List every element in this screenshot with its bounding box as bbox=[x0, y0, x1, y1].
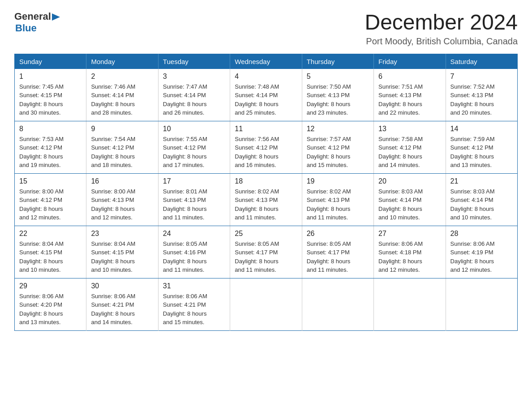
day-number: 16 bbox=[91, 177, 153, 185]
day-info: Sunrise: 7:50 AMSunset: 4:13 PMDaylight:… bbox=[307, 83, 351, 116]
calendar-day-cell bbox=[302, 278, 373, 330]
day-number: 28 bbox=[450, 230, 513, 238]
calendar-day-cell: 21 Sunrise: 8:03 AMSunset: 4:14 PMDaylig… bbox=[446, 173, 517, 226]
calendar-day-cell: 22 Sunrise: 8:04 AMSunset: 4:15 PMDaylig… bbox=[15, 226, 86, 278]
day-number: 26 bbox=[307, 230, 369, 238]
day-info: Sunrise: 7:47 AMSunset: 4:14 PMDaylight:… bbox=[163, 83, 207, 116]
calendar-day-cell: 8 Sunrise: 7:53 AMSunset: 4:12 PMDayligh… bbox=[15, 121, 86, 173]
calendar-header-row: SundayMondayTuesdayWednesdayThursdayFrid… bbox=[15, 54, 518, 69]
day-number: 14 bbox=[450, 125, 513, 133]
calendar-week-row: 8 Sunrise: 7:53 AMSunset: 4:12 PMDayligh… bbox=[15, 121, 518, 173]
calendar-day-cell: 28 Sunrise: 8:06 AMSunset: 4:19 PMDaylig… bbox=[446, 226, 517, 278]
day-info: Sunrise: 8:04 AMSunset: 4:15 PMDaylight:… bbox=[19, 240, 64, 274]
day-info: Sunrise: 7:51 AMSunset: 4:13 PMDaylight:… bbox=[378, 83, 423, 116]
calendar-table: SundayMondayTuesdayWednesdayThursdayFrid… bbox=[14, 54, 518, 331]
day-info: Sunrise: 8:00 AMSunset: 4:12 PMDaylight:… bbox=[19, 188, 64, 221]
calendar-day-cell: 3 Sunrise: 7:47 AMSunset: 4:14 PMDayligh… bbox=[158, 69, 230, 121]
calendar-day-cell: 17 Sunrise: 8:01 AMSunset: 4:13 PMDaylig… bbox=[158, 173, 230, 226]
day-info: Sunrise: 8:06 AMSunset: 4:18 PMDaylight:… bbox=[378, 240, 423, 274]
calendar-day-cell bbox=[446, 278, 517, 330]
day-number: 1 bbox=[19, 73, 82, 81]
day-info: Sunrise: 8:05 AMSunset: 4:17 PMDaylight:… bbox=[307, 240, 351, 274]
calendar-day-cell: 7 Sunrise: 7:52 AMSunset: 4:13 PMDayligh… bbox=[446, 69, 517, 121]
calendar-day-cell: 25 Sunrise: 8:05 AMSunset: 4:17 PMDaylig… bbox=[230, 226, 302, 278]
day-info: Sunrise: 7:45 AMSunset: 4:15 PMDaylight:… bbox=[19, 83, 64, 116]
calendar-day-cell: 6 Sunrise: 7:51 AMSunset: 4:13 PMDayligh… bbox=[374, 69, 446, 121]
day-info: Sunrise: 8:05 AMSunset: 4:17 PMDaylight:… bbox=[235, 240, 279, 274]
day-info: Sunrise: 8:04 AMSunset: 4:15 PMDaylight:… bbox=[91, 240, 135, 274]
day-number: 27 bbox=[378, 230, 441, 238]
calendar-day-cell: 15 Sunrise: 8:00 AMSunset: 4:12 PMDaylig… bbox=[15, 173, 86, 226]
calendar-day-cell: 20 Sunrise: 8:03 AMSunset: 4:14 PMDaylig… bbox=[374, 173, 446, 226]
day-number: 11 bbox=[235, 125, 297, 133]
calendar-day-cell bbox=[230, 278, 302, 330]
calendar-day-cell: 18 Sunrise: 8:02 AMSunset: 4:13 PMDaylig… bbox=[230, 173, 302, 226]
calendar-day-cell: 2 Sunrise: 7:46 AMSunset: 4:14 PMDayligh… bbox=[86, 69, 158, 121]
day-info: Sunrise: 7:54 AMSunset: 4:12 PMDaylight:… bbox=[91, 136, 135, 169]
month-title: December 2024 bbox=[365, 11, 518, 34]
calendar-day-cell bbox=[374, 278, 446, 330]
calendar-day-cell: 1 Sunrise: 7:45 AMSunset: 4:15 PMDayligh… bbox=[15, 69, 86, 121]
day-number: 6 bbox=[378, 73, 441, 81]
calendar-day-cell: 19 Sunrise: 8:02 AMSunset: 4:13 PMDaylig… bbox=[302, 173, 373, 226]
calendar-day-cell: 30 Sunrise: 8:06 AMSunset: 4:21 PMDaylig… bbox=[86, 278, 158, 330]
day-number: 25 bbox=[235, 230, 297, 238]
day-info: Sunrise: 7:55 AMSunset: 4:12 PMDaylight:… bbox=[163, 136, 207, 169]
day-number: 19 bbox=[307, 177, 369, 185]
day-number: 12 bbox=[307, 125, 369, 133]
day-info: Sunrise: 7:59 AMSunset: 4:12 PMDaylight:… bbox=[450, 136, 495, 169]
calendar-day-cell: 26 Sunrise: 8:05 AMSunset: 4:17 PMDaylig… bbox=[302, 226, 373, 278]
day-info: Sunrise: 7:48 AMSunset: 4:14 PMDaylight:… bbox=[235, 83, 279, 116]
day-of-week-header: Saturday bbox=[446, 54, 517, 69]
day-info: Sunrise: 8:05 AMSunset: 4:16 PMDaylight:… bbox=[163, 240, 207, 274]
day-info: Sunrise: 8:01 AMSunset: 4:13 PMDaylight:… bbox=[163, 188, 207, 221]
title-block: December 2024 Port Moody, British Columb… bbox=[365, 11, 518, 47]
day-number: 29 bbox=[19, 282, 82, 290]
day-number: 2 bbox=[91, 73, 153, 81]
day-number: 31 bbox=[163, 282, 225, 290]
day-info: Sunrise: 8:06 AMSunset: 4:21 PMDaylight:… bbox=[163, 293, 207, 326]
calendar-week-row: 15 Sunrise: 8:00 AMSunset: 4:12 PMDaylig… bbox=[15, 173, 518, 226]
day-number: 18 bbox=[235, 177, 297, 185]
day-number: 8 bbox=[19, 125, 82, 133]
day-of-week-header: Thursday bbox=[302, 54, 373, 69]
calendar-day-cell: 31 Sunrise: 8:06 AMSunset: 4:21 PMDaylig… bbox=[158, 278, 230, 330]
day-number: 10 bbox=[163, 125, 225, 133]
day-info: Sunrise: 7:57 AMSunset: 4:12 PMDaylight:… bbox=[307, 136, 351, 169]
day-number: 24 bbox=[163, 230, 225, 238]
calendar-day-cell: 16 Sunrise: 8:00 AMSunset: 4:13 PMDaylig… bbox=[86, 173, 158, 226]
svg-marker-0 bbox=[52, 13, 60, 21]
calendar-week-row: 1 Sunrise: 7:45 AMSunset: 4:15 PMDayligh… bbox=[15, 69, 518, 121]
day-number: 22 bbox=[19, 230, 82, 238]
day-number: 30 bbox=[91, 282, 153, 290]
day-of-week-header: Friday bbox=[374, 54, 446, 69]
calendar-day-cell: 14 Sunrise: 7:59 AMSunset: 4:12 PMDaylig… bbox=[446, 121, 517, 173]
day-of-week-header: Tuesday bbox=[158, 54, 230, 69]
location-subtitle: Port Moody, British Columbia, Canada bbox=[365, 36, 518, 47]
day-number: 23 bbox=[91, 230, 153, 238]
calendar-day-cell: 24 Sunrise: 8:05 AMSunset: 4:16 PMDaylig… bbox=[158, 226, 230, 278]
logo-arrow-icon bbox=[52, 12, 60, 22]
day-info: Sunrise: 7:52 AMSunset: 4:13 PMDaylight:… bbox=[450, 83, 495, 116]
calendar-day-cell: 27 Sunrise: 8:06 AMSunset: 4:18 PMDaylig… bbox=[374, 226, 446, 278]
day-info: Sunrise: 8:03 AMSunset: 4:14 PMDaylight:… bbox=[378, 188, 423, 221]
day-number: 13 bbox=[378, 125, 441, 133]
day-number: 5 bbox=[307, 73, 369, 81]
day-number: 17 bbox=[163, 177, 225, 185]
calendar-day-cell: 13 Sunrise: 7:58 AMSunset: 4:12 PMDaylig… bbox=[374, 121, 446, 173]
day-info: Sunrise: 8:03 AMSunset: 4:14 PMDaylight:… bbox=[450, 188, 495, 221]
logo-blue-text: Blue bbox=[15, 22, 37, 34]
day-number: 7 bbox=[450, 73, 513, 81]
logo-general-text: General bbox=[14, 11, 51, 22]
calendar-day-cell: 4 Sunrise: 7:48 AMSunset: 4:14 PMDayligh… bbox=[230, 69, 302, 121]
calendar-day-cell: 10 Sunrise: 7:55 AMSunset: 4:12 PMDaylig… bbox=[158, 121, 230, 173]
calendar-day-cell: 29 Sunrise: 8:06 AMSunset: 4:20 PMDaylig… bbox=[15, 278, 86, 330]
page-header: General Blue December 2024 Port Moody, B… bbox=[14, 11, 518, 47]
day-number: 9 bbox=[91, 125, 153, 133]
day-info: Sunrise: 8:06 AMSunset: 4:19 PMDaylight:… bbox=[450, 240, 495, 274]
day-info: Sunrise: 7:56 AMSunset: 4:12 PMDaylight:… bbox=[235, 136, 279, 169]
calendar-week-row: 29 Sunrise: 8:06 AMSunset: 4:20 PMDaylig… bbox=[15, 278, 518, 330]
day-info: Sunrise: 8:02 AMSunset: 4:13 PMDaylight:… bbox=[307, 188, 351, 221]
day-info: Sunrise: 7:46 AMSunset: 4:14 PMDaylight:… bbox=[91, 83, 135, 116]
day-number: 20 bbox=[378, 177, 441, 185]
